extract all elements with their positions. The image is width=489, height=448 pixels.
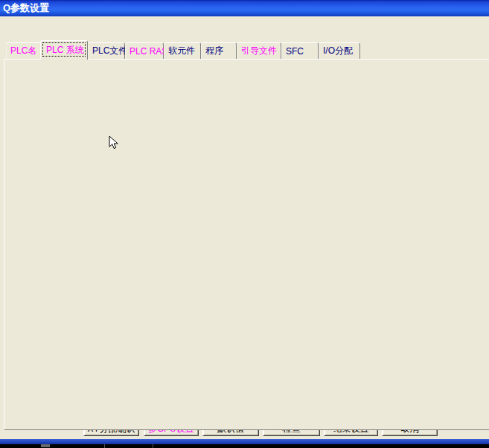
window-bottom-border: [0, 439, 489, 444]
tab-boot-file[interactable]: 引导文件: [237, 42, 281, 59]
tab-plc-name[interactable]: PLC名: [6, 42, 42, 59]
q-parameter-dialog: Q参数设置 PLC名 PLC 系统 PLC文件 PLC RAS 软元件 程序 引…: [0, 0, 489, 448]
background-detail: [104, 444, 105, 448]
tab-plc-ras[interactable]: PLC RAS: [125, 42, 164, 59]
tab-plc-system[interactable]: PLC 系统: [40, 40, 88, 60]
background-detail: [41, 444, 50, 447]
background-detail: [153, 444, 153, 448]
window-title: Q参数设置: [3, 1, 49, 15]
tab-io-assignment[interactable]: I/O分配: [319, 42, 360, 59]
title-bar[interactable]: Q参数设置: [0, 0, 489, 16]
tab-sfc[interactable]: SFC: [281, 42, 319, 59]
tab-device[interactable]: 软元件: [164, 42, 201, 59]
tab-program[interactable]: 程序: [201, 42, 237, 59]
tab-plc-file[interactable]: PLC文件: [88, 42, 125, 59]
tab-page-plc-system: [4, 59, 489, 430]
dialog-body: PLC名 PLC 系统 PLC文件 PLC RAS 软元件 程序 引导文件 SF…: [0, 16, 489, 439]
mouse-cursor-icon: [109, 135, 118, 150]
